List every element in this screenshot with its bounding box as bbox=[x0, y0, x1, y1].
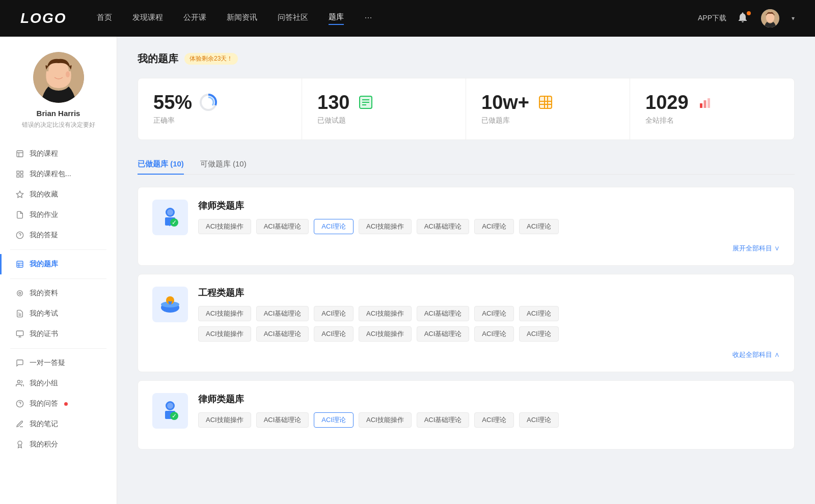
tag-item[interactable]: ACI理论 bbox=[314, 326, 354, 342]
tag-item[interactable]: ACI基础理论 bbox=[417, 326, 470, 342]
qbank-engineer-footer: 收起全部科目 ∧ bbox=[152, 350, 780, 359]
tag-item[interactable]: ACI理论 bbox=[519, 219, 559, 234]
sidebar-questions-label: 我的答疑 bbox=[30, 231, 58, 240]
user-menu-chevron[interactable]: ▾ bbox=[792, 15, 795, 22]
nav-more[interactable]: ··· bbox=[364, 12, 372, 25]
points-icon bbox=[15, 440, 24, 449]
nav-menu: 首页 发现课程 公开课 新闻资讯 问答社区 题库 ··· bbox=[97, 12, 698, 25]
notes-icon bbox=[15, 419, 24, 429]
tag-item[interactable]: ACI技能操作 bbox=[198, 219, 251, 234]
notification-bell[interactable] bbox=[737, 11, 751, 25]
sidebar-qa-label: 我的问答 bbox=[30, 399, 58, 408]
sidebar-item-group[interactable]: 我的小组 bbox=[0, 373, 117, 394]
nav-news[interactable]: 新闻资讯 bbox=[227, 13, 257, 24]
tag-item-active[interactable]: ACI理论 bbox=[314, 219, 354, 234]
course-icon bbox=[15, 149, 24, 158]
svg-point-27 bbox=[17, 380, 20, 383]
stat-done-questions-value: 130 bbox=[317, 93, 349, 112]
tag-item[interactable]: ACI理论 bbox=[314, 306, 354, 321]
tag-item[interactable]: ACI基础理论 bbox=[417, 412, 470, 428]
app-download-button[interactable]: APP下载 bbox=[698, 14, 726, 23]
qbank-lawyer-icon-2: ✓ bbox=[152, 393, 188, 429]
tag-item[interactable]: ACI技能操作 bbox=[198, 326, 251, 342]
nav-home[interactable]: 首页 bbox=[97, 13, 112, 24]
data-icon bbox=[15, 289, 24, 298]
tag-item[interactable]: ACI理论 bbox=[474, 412, 514, 428]
tab-done[interactable]: 已做题库 (10) bbox=[138, 154, 184, 174]
sidebar-item-course[interactable]: 我的课程 bbox=[0, 144, 117, 164]
page-header: 我的题库 体验剩余23天！ bbox=[138, 52, 795, 66]
tag-item[interactable]: ACI技能操作 bbox=[359, 412, 412, 428]
navbar-right: APP下载 ▾ bbox=[698, 9, 795, 27]
tag-item[interactable]: ACI基础理论 bbox=[256, 219, 309, 234]
qbank-card-lawyer-2: ✓ 律师类题库 ACI技能操作 ACI基础理论 ACI理论 ACI技能操作 AC… bbox=[138, 380, 795, 450]
nav-bank[interactable]: 题库 bbox=[329, 12, 344, 25]
tag-item[interactable]: ACI技能操作 bbox=[359, 306, 412, 321]
sidebar-certificate-label: 我的证书 bbox=[30, 329, 58, 339]
divider-3 bbox=[10, 348, 106, 349]
nav-qa[interactable]: 问答社区 bbox=[278, 13, 308, 24]
logo[interactable]: LOGO bbox=[20, 10, 66, 26]
sidebar-item-favorites[interactable]: 我的收藏 bbox=[0, 184, 117, 205]
svg-point-21 bbox=[17, 291, 23, 296]
tag-item[interactable]: ACI基础理论 bbox=[417, 219, 470, 234]
tag-item[interactable]: ACI技能操作 bbox=[198, 412, 251, 428]
tag-item[interactable]: ACI理论 bbox=[519, 306, 559, 321]
sidebar-item-package[interactable]: 我的课程包... bbox=[0, 164, 117, 184]
tag-item[interactable]: ACI基础理论 bbox=[417, 306, 470, 321]
qbank-lawyer-tags-2: ACI技能操作 ACI基础理论 ACI理论 ACI技能操作 ACI基础理论 AC… bbox=[198, 412, 780, 428]
sidebar-package-label: 我的课程包... bbox=[30, 170, 71, 179]
avatar[interactable] bbox=[761, 9, 779, 27]
sidebar-avatar bbox=[33, 52, 84, 103]
tag-item[interactable]: ACI基础理论 bbox=[256, 326, 309, 342]
svg-rect-9 bbox=[17, 171, 19, 174]
stat-done-banks-value: 10w+ bbox=[481, 93, 529, 112]
expand-link-1[interactable]: 展开全部科目 ∨ bbox=[732, 244, 780, 252]
svg-point-60 bbox=[167, 403, 173, 409]
nav-discover[interactable]: 发现课程 bbox=[132, 13, 163, 24]
stat-done-questions: 130 已做试题 bbox=[302, 78, 466, 139]
sidebar-item-one-on-one[interactable]: 一对一答疑 bbox=[0, 353, 117, 373]
tag-item[interactable]: ACI理论 bbox=[474, 219, 514, 234]
sidebar-item-questions[interactable]: 我的答疑 bbox=[0, 225, 117, 245]
grid-icon bbox=[536, 93, 555, 111]
svg-rect-45 bbox=[700, 103, 702, 108]
certificate-icon bbox=[15, 329, 24, 339]
svg-point-20 bbox=[19, 292, 21, 294]
tag-item[interactable]: ACI理论 bbox=[474, 306, 514, 321]
tag-item[interactable]: ACI理论 bbox=[519, 326, 559, 342]
tag-item[interactable]: ACI技能操作 bbox=[359, 219, 412, 234]
sidebar-item-bank[interactable]: 我的题库 bbox=[0, 254, 117, 274]
tag-item[interactable]: ACI技能操作 bbox=[198, 306, 251, 321]
main-container: Brian Harris 错误的决定比没有决定要好 我的课程 我的课程包... … bbox=[0, 37, 815, 504]
notification-dot bbox=[747, 11, 751, 15]
svg-rect-11 bbox=[20, 175, 23, 177]
qbank-engineer-tags-row2: ACI技能操作 ACI基础理论 ACI理论 ACI技能操作 ACI基础理论 AC… bbox=[198, 326, 780, 342]
svg-rect-46 bbox=[703, 100, 706, 108]
tab-available[interactable]: 可做题库 (10) bbox=[200, 154, 247, 174]
tag-item[interactable]: ACI基础理论 bbox=[256, 306, 309, 321]
tag-item[interactable]: ACI理论 bbox=[474, 326, 514, 342]
divider-2 bbox=[10, 278, 106, 279]
sidebar-bank-label: 我的题库 bbox=[30, 260, 58, 269]
sidebar-item-notes[interactable]: 我的笔记 bbox=[0, 414, 117, 434]
sidebar-item-qa[interactable]: 我的问答 bbox=[0, 394, 117, 414]
tag-item[interactable]: ACI基础理论 bbox=[256, 412, 309, 428]
tag-item[interactable]: ACI理论 bbox=[519, 412, 559, 428]
sidebar-username: Brian Harris bbox=[37, 109, 80, 118]
qbank-card-engineer: 工程类题库 ACI技能操作 ACI基础理论 ACI理论 ACI技能操作 ACI基… bbox=[138, 274, 795, 372]
qbank-card-lawyer-1: ✓ ✓ 律师类题库 ACI技能操作 ACI基础理论 ACI理论 ACI技能操作 … bbox=[138, 187, 795, 266]
sidebar-item-data[interactable]: 我的资料 bbox=[0, 283, 117, 303]
sidebar-item-certificate[interactable]: 我的证书 bbox=[0, 324, 117, 344]
sidebar-item-homework[interactable]: 我的作业 bbox=[0, 205, 117, 225]
sidebar-item-exam[interactable]: 我的考试 bbox=[0, 303, 117, 324]
stat-correct-rate-value: 55% bbox=[153, 93, 192, 112]
sidebar-item-points[interactable]: 我的积分 bbox=[0, 434, 117, 455]
tag-item-active[interactable]: ACI理论 bbox=[314, 412, 354, 428]
qa-icon bbox=[15, 399, 24, 408]
svg-rect-47 bbox=[708, 98, 710, 108]
collapse-link[interactable]: 收起全部科目 ∧ bbox=[732, 351, 780, 358]
qbank-engineer-tags-row1: ACI技能操作 ACI基础理论 ACI理论 ACI技能操作 ACI基础理论 AC… bbox=[198, 306, 780, 321]
nav-open-course[interactable]: 公开课 bbox=[183, 13, 206, 24]
tag-item[interactable]: ACI技能操作 bbox=[359, 326, 412, 342]
